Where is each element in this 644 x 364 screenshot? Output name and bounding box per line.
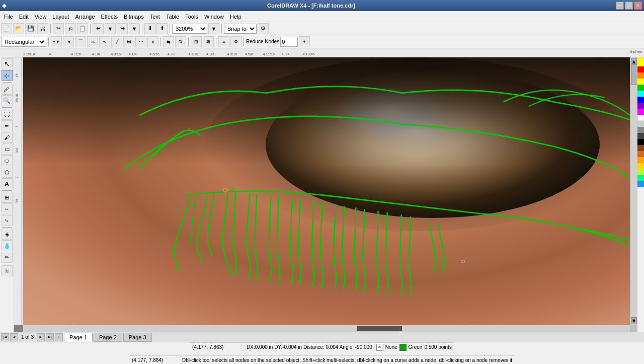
palette-yellow[interactable] (637, 59, 644, 66)
palette-cyan[interactable] (637, 91, 644, 97)
select-tool[interactable]: ↖ (2, 58, 13, 69)
menu-help[interactable]: Help (227, 11, 245, 22)
zoom-tool[interactable]: 🔍 (2, 95, 13, 106)
undo-dropdown[interactable]: ▼ (105, 23, 116, 34)
palette-brown[interactable] (637, 145, 644, 151)
palette-gold[interactable] (637, 163, 644, 169)
save-button[interactable]: 💾 (25, 23, 36, 34)
text-tool[interactable]: A (2, 178, 13, 189)
add-page-button[interactable]: + (55, 333, 63, 341)
snap-select[interactable]: Snap to (224, 24, 257, 34)
palette-purple[interactable] (637, 103, 644, 109)
table-tool[interactable]: ⊞ (2, 192, 13, 203)
print-button[interactable]: 🖨 (37, 23, 48, 34)
outline-tool[interactable]: ✏ (2, 252, 13, 263)
page-tab-2[interactable]: Page 2 (94, 333, 122, 342)
palette-gray[interactable] (637, 127, 644, 133)
menu-arrange[interactable]: Arrange (72, 11, 98, 22)
palette-black[interactable] (637, 139, 644, 145)
palette-yellow2[interactable] (637, 79, 644, 85)
fill-tool[interactable]: ◈ (2, 229, 13, 240)
scrollbar-v-thumb[interactable] (631, 64, 636, 85)
redo-button[interactable]: ↪ (117, 23, 128, 34)
palette-amber[interactable] (637, 157, 644, 163)
bezier-tool[interactable]: ✒ (2, 120, 13, 131)
minimize-button[interactable]: ─ (616, 2, 624, 10)
palette-green[interactable] (637, 85, 644, 91)
reflect-h-button[interactable]: ⇆ (163, 36, 174, 47)
shape-select[interactable]: Rectangular (1, 37, 46, 47)
page-tab-3[interactable]: Page 3 (123, 333, 152, 342)
palette-lightgray[interactable] (637, 121, 644, 127)
blend-tool[interactable]: ≋ (2, 265, 13, 276)
menu-edit[interactable]: Edit (16, 11, 32, 22)
export-button[interactable]: ⬆ (156, 23, 168, 34)
close-button[interactable]: ✕ (634, 2, 642, 10)
zoom-dropdown[interactable]: ▼ (208, 23, 219, 34)
freehand-tool[interactable]: 🖊 (2, 84, 13, 95)
open-button[interactable]: 📂 (13, 23, 24, 34)
rect-tool[interactable]: ▭ (2, 143, 13, 155)
node-curve-button[interactable]: ∿ (99, 36, 110, 47)
next-page-button[interactable]: ► (37, 333, 45, 341)
menu-tools[interactable]: Tools (182, 11, 201, 22)
undo-button[interactable]: ↩ (93, 23, 104, 34)
palette-sienna[interactable] (637, 151, 644, 157)
prev-page-button[interactable]: ◄ (10, 333, 18, 341)
import-button[interactable]: ⬇ (144, 23, 155, 34)
vertical-scrollbar[interactable]: ▲ ▼ (630, 57, 637, 325)
node-sym-button[interactable]: ⋈ (123, 36, 134, 47)
snap-options[interactable]: ⚙ (258, 23, 269, 34)
new-button[interactable]: 📄 (1, 23, 12, 34)
ellipse-tool[interactable]: ⬭ (2, 155, 13, 166)
menu-effects[interactable]: Effects (98, 11, 121, 22)
menu-table[interactable]: Table (163, 11, 182, 22)
menu-bitmaps[interactable]: Bitmaps (121, 11, 147, 22)
reflect-v-button[interactable]: ⇅ (175, 36, 186, 47)
reduce-nodes-plus[interactable]: + (299, 36, 310, 47)
zoom-select[interactable]: 3200% (172, 24, 207, 34)
maximize-button[interactable]: □ (625, 2, 633, 10)
last-page-button[interactable]: ►| (46, 333, 54, 341)
cut-button[interactable]: ✂ (53, 23, 64, 34)
menu-file[interactable]: File (1, 11, 16, 22)
align-nodes-button[interactable]: ≡ (218, 36, 229, 47)
palette-blue[interactable] (637, 97, 644, 103)
palette-orange[interactable] (637, 72, 644, 79)
scrollbar-v-up[interactable]: ▲ (631, 58, 637, 65)
menu-window[interactable]: Window (201, 11, 227, 22)
art-tool[interactable]: 🖌 (2, 132, 13, 143)
shape-tool[interactable]: ⊹ (2, 70, 13, 81)
paste-button[interactable]: 📋 (77, 23, 88, 34)
palette-darkgray[interactable] (637, 133, 644, 139)
first-page-button[interactable]: |◄ (1, 333, 9, 341)
node-cusp-button[interactable]: ∧ (147, 36, 158, 47)
reduce-nodes-input[interactable] (280, 37, 298, 47)
select-all-button[interactable]: ⊠ (203, 36, 214, 47)
crop-tool[interactable]: ⛶ (2, 109, 13, 120)
palette-red[interactable] (637, 66, 644, 72)
scrollbar-h-thumb[interactable] (357, 326, 402, 331)
node-options[interactable]: ⚙ (230, 36, 242, 47)
node-smooth-button[interactable]: ⋯ (135, 36, 146, 47)
node-add-button[interactable]: +▼ (51, 36, 62, 47)
page-tab-1[interactable]: Page 1 (64, 333, 93, 342)
node-break-button[interactable]: ⌓ (87, 36, 98, 47)
palette-chartreuse[interactable] (637, 169, 644, 175)
redo-dropdown[interactable]: ▼ (129, 23, 140, 34)
menu-view[interactable]: View (32, 11, 50, 22)
palette-white[interactable] (637, 115, 644, 121)
node-join-button[interactable]: ⌒ (75, 36, 86, 47)
node-straight-button[interactable]: ╱ (111, 36, 122, 47)
elastic-button[interactable]: ⊞ (191, 36, 202, 47)
copy-button[interactable]: ⎘ (65, 23, 76, 34)
palette-dodger[interactable] (637, 181, 644, 187)
polygon-tool[interactable]: ⬠ (2, 167, 13, 178)
dimension-tool[interactable]: ↔ (2, 203, 13, 214)
menu-text[interactable]: Text (147, 11, 163, 22)
palette-spring[interactable] (637, 175, 644, 181)
eyedropper-tool[interactable]: 💧 (2, 240, 13, 251)
node-delete-button[interactable]: -▼ (63, 36, 74, 47)
scrollbar-v-down[interactable]: ▼ (631, 317, 637, 324)
document-canvas[interactable]: + (23, 57, 630, 325)
